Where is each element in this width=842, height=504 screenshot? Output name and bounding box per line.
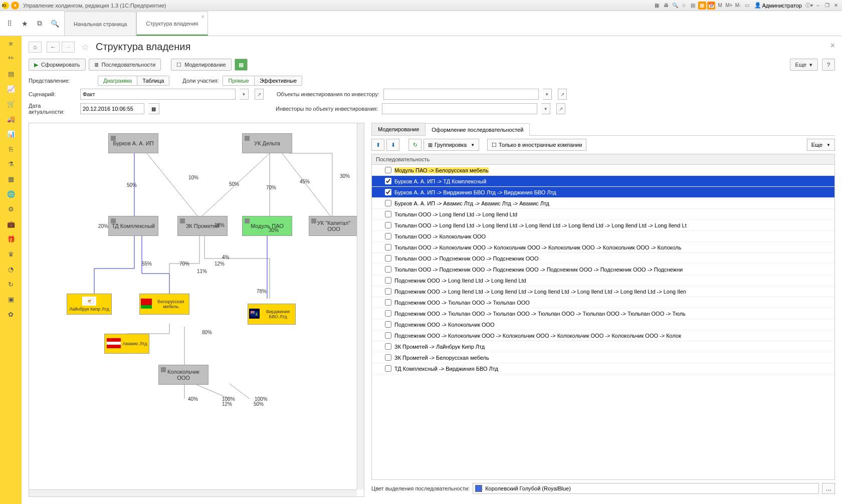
sb-icon-3[interactable]: ▤: [7, 69, 16, 78]
close-icon[interactable]: ✕: [832, 2, 840, 10]
calendar-button-icon[interactable]: ▦: [148, 103, 159, 114]
sb-settings-icon[interactable]: ✿: [7, 310, 16, 319]
sb-chart-icon[interactable]: 📊: [7, 129, 16, 138]
green-square-button[interactable]: ▦: [235, 59, 248, 71]
color-picker-button[interactable]: …: [822, 483, 835, 494]
star-icon[interactable]: ☆: [680, 2, 688, 10]
sequence-row[interactable]: ЗК Прометей -> Белорусская мебель: [372, 352, 834, 363]
sequence-row[interactable]: ТД Комплексный -> Вирджиния БВО Лтд: [372, 363, 834, 374]
sb-icon-9[interactable]: ⚗: [7, 159, 16, 168]
color-input[interactable]: Королевский Голубой (RoyalBlue): [473, 483, 819, 494]
forward-button[interactable]: →: [62, 42, 75, 53]
tool-icon-3[interactable]: 🔍: [671, 2, 679, 10]
node-burkov[interactable]: Бурков А. А. ИП: [108, 133, 158, 153]
home-button[interactable]: ⌂: [29, 42, 42, 53]
sequence-row[interactable]: Тюльпан ООО -> Колокольчик ООО -> Колоко…: [372, 242, 834, 253]
back-button[interactable]: ←: [47, 42, 60, 53]
info-icon[interactable]: ⓘ▾: [805, 2, 813, 10]
node-belarus[interactable]: Белорусская мебель: [139, 294, 189, 315]
generate-button[interactable]: ▶Сформировать: [29, 59, 86, 71]
tool-icon-6[interactable]: ▦: [698, 2, 706, 10]
sequence-row[interactable]: Подснежник ООО -> Тюльпан ООО -> Тюльпан…: [372, 297, 834, 308]
sequence-checkbox[interactable]: [385, 200, 391, 206]
tab-structure[interactable]: Структура владения ×: [136, 12, 207, 36]
sb-clock-icon[interactable]: ◔: [7, 265, 16, 274]
node-cyprus[interactable]: Лайнбрук Кипр Лтд: [67, 294, 112, 315]
objects-open-icon[interactable]: ↗: [558, 89, 567, 100]
sequence-checkbox[interactable]: [385, 354, 391, 361]
page-close-icon[interactable]: ×: [830, 41, 835, 50]
sb-menu-icon[interactable]: ≡: [7, 39, 16, 48]
sequence-checkbox[interactable]: [385, 222, 391, 228]
sb-gift-icon[interactable]: 🎁: [7, 234, 16, 243]
sequence-row[interactable]: Тюльпан ООО -> Long Ilend Ltd -> Long Il…: [372, 209, 834, 220]
scenario-dropdown-icon[interactable]: ▼: [240, 89, 249, 100]
more-button[interactable]: Еще ▾: [790, 59, 818, 71]
investors-dropdown-icon[interactable]: ▼: [541, 103, 550, 114]
foreign-only-button[interactable]: ☐Только в иностранные компании: [487, 139, 586, 151]
sequence-row[interactable]: Бурков А. А. ИП -> Вирджиния БВО Лтд -> …: [372, 187, 834, 198]
user-badge[interactable]: 👤 Администратор: [752, 2, 804, 9]
dropdown-icon[interactable]: ▾: [11, 2, 19, 10]
sb-truck-icon[interactable]: 🚚: [7, 114, 16, 123]
investors-open-icon[interactable]: ↗: [556, 103, 565, 114]
sb-globe-icon[interactable]: 🌐: [7, 189, 16, 198]
sequence-checkbox[interactable]: [385, 288, 391, 295]
sequence-row[interactable]: Подснежник ООО -> Тюльпан ООО -> Тюльпан…: [372, 308, 834, 319]
restore-icon[interactable]: ❐: [823, 2, 831, 10]
sequence-row[interactable]: Тюльпан ООО -> Колокольчик ООО: [372, 231, 834, 242]
sb-cart-icon[interactable]: 🛒: [7, 99, 16, 108]
objects-dropdown-icon[interactable]: ▼: [543, 89, 552, 100]
sb-icon-4[interactable]: 📈: [7, 84, 16, 93]
m-button[interactable]: M: [716, 2, 724, 10]
up-arrow-button[interactable]: ⬆: [371, 139, 384, 151]
tab-home[interactable]: Начальная страница: [64, 12, 136, 36]
sequence-checkbox[interactable]: [385, 277, 391, 284]
node-ukdelta[interactable]: УК Дельта: [242, 133, 292, 153]
sequence-row[interactable]: Подснежник ООО -> Колокольчик ООО: [372, 319, 834, 330]
sequence-checkbox[interactable]: [385, 266, 391, 273]
grouping-button[interactable]: ⊞Группировка▼: [424, 139, 479, 151]
help-button[interactable]: ?: [822, 59, 835, 71]
node-bvi[interactable]: Вирджиния БВО Лтд: [248, 304, 296, 325]
minimize-icon[interactable]: –: [814, 2, 822, 10]
m-minus-button[interactable]: M-: [734, 2, 742, 10]
sequence-list[interactable]: Последовательность Модуль ПАО -> Белорус…: [371, 154, 835, 480]
subtab-sequences[interactable]: Оформление последовательностей: [425, 123, 530, 136]
sequence-row[interactable]: Подснежник ООО -> Long Ilend Ltd -> Long…: [372, 275, 834, 286]
node-avamis[interactable]: Авамис Лтд: [104, 334, 149, 354]
node-kapital[interactable]: УК "Капитал" ООО: [309, 216, 359, 236]
favorite-icon[interactable]: ★: [20, 19, 29, 28]
print-icon[interactable]: 🖶: [662, 2, 670, 10]
share-effective-option[interactable]: Эффективные: [255, 76, 302, 85]
tab-close-icon[interactable]: ×: [201, 14, 204, 20]
sb-icon-8[interactable]: ⎘: [7, 144, 16, 153]
view-table-option[interactable]: Таблица: [137, 76, 169, 85]
sequence-row[interactable]: Тюльпан ООО -> Long Ilend Ltd -> Long Il…: [372, 220, 834, 231]
sequence-row[interactable]: Подснежник ООО -> Колокольчик ООО -> Кол…: [372, 330, 834, 341]
sb-icon-10[interactable]: ▦: [7, 174, 16, 183]
objects-input[interactable]: [383, 89, 539, 100]
sb-briefcase-icon[interactable]: 💼: [7, 219, 16, 228]
right-more-button[interactable]: Еще▼: [807, 139, 835, 151]
apps-icon[interactable]: ⠿: [5, 19, 14, 28]
v-scrollbar[interactable]: [357, 123, 364, 489]
sb-icon-17[interactable]: ↻: [7, 280, 16, 289]
subtab-modeling[interactable]: Моделирование: [371, 123, 426, 135]
refresh-button[interactable]: ↻: [408, 139, 422, 151]
sequence-checkbox[interactable]: [385, 310, 391, 317]
sb-gears-icon[interactable]: ⚙: [7, 204, 16, 213]
sequences-button[interactable]: ≣Последовательности: [89, 59, 161, 71]
investors-input[interactable]: [382, 103, 537, 114]
sequence-row[interactable]: Бурков А. А. ИП -> ТД Комплексный: [372, 176, 834, 187]
date-input[interactable]: 20.12.2016 10:06:55: [80, 103, 144, 114]
calendar-icon[interactable]: 📅: [707, 2, 715, 10]
sequence-row[interactable]: Модуль ПАО -> Белорусская мебель: [372, 165, 834, 176]
search-icon[interactable]: 🔍: [50, 19, 59, 28]
node-kolokol[interactable]: Колокольчик ООО: [158, 365, 208, 385]
sequence-checkbox[interactable]: [385, 233, 391, 239]
sb-icon-18[interactable]: ▣: [7, 295, 16, 304]
sequence-checkbox[interactable]: [385, 365, 391, 372]
sb-icon-2[interactable]: ᴬᵇ: [7, 54, 16, 63]
sequence-row[interactable]: Подснежник ООО -> Long Ilend Ltd -> Long…: [372, 286, 834, 297]
